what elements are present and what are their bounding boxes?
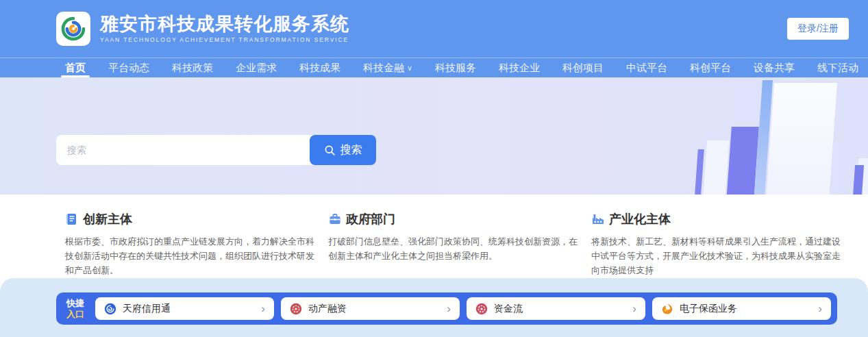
hero-decor-bar [694, 149, 704, 195]
quicklinks-panel: 快捷 入口 天府信用通 › 动产融资 › [0, 278, 868, 337]
quicklink-e-guarantee[interactable]: 电子保函业务 › [652, 297, 831, 320]
search-button[interactable]: 搜索 [310, 135, 376, 165]
nav-item-tech-achievements[interactable]: 科技成果 [299, 58, 340, 77]
feature-industrialization-entities: 产业化主体 将新技术、新工艺、新材料等科研成果引入生产流程，通过建设中试平台等方… [591, 211, 841, 278]
site-subtitle: YAAN TECHNOLOGY ACHIEVEMENT TRANSFORMATI… [100, 36, 349, 43]
feature-government-departments: 政府部门 打破部门信息壁垒、强化部门政策协同、统筹科技创新资源，在创新主体和产业… [328, 211, 578, 278]
site-title: 雅安市科技成果转化服务系统 [100, 14, 349, 34]
chevron-right-icon: › [261, 303, 265, 314]
seal-red-icon [290, 303, 302, 315]
feature-description: 根据市委、市政府拟订的重点产业链发展方向，着力解决全市科技创新活动中存在的关键共… [65, 234, 314, 277]
nav-item-innovation-projects[interactable]: 科创项目 [562, 58, 604, 77]
nav-item-pilot-platform[interactable]: 中试平台 [626, 58, 667, 77]
hero-banner: 搜索 [0, 77, 868, 195]
feature-section: 创新主体 根据市委、市政府拟订的重点产业链发展方向，着力解决全市科技创新活动中存… [0, 195, 868, 278]
swirl-logo-icon [60, 15, 87, 42]
chevron-right-icon: › [447, 303, 451, 314]
nav-item-platform-news[interactable]: 平台动态 [108, 58, 149, 77]
feature-description: 将新技术、新工艺、新材料等科研成果引入生产流程，通过建设中试平台等方式，开展产业… [591, 234, 841, 277]
hero-decor-bar [852, 165, 864, 195]
nav-item-tech-finance[interactable]: 科技金融 ∨ [363, 58, 412, 77]
nav-item-tech-services[interactable]: 科技服务 [435, 58, 476, 77]
title-block: 雅安市科技成果转化服务系统 YAAN TECHNOLOGY ACHIEVEMEN… [100, 14, 349, 43]
header: 雅安市科技成果转化服务系统 YAAN TECHNOLOGY ACHIEVEMEN… [0, 0, 868, 58]
search-input[interactable] [56, 135, 315, 165]
login-register-button[interactable]: 登录/注册 [787, 18, 849, 40]
feature-innovation-entities: 创新主体 根据市委、市政府拟订的重点产业链发展方向，着力解决全市科技创新活动中存… [65, 211, 314, 278]
feature-title: 政府部门 [346, 211, 395, 227]
quicklink-capital-flow[interactable]: 资金流 › [467, 297, 645, 320]
quicklinks-strip: 快捷 入口 天府信用通 › 动产融资 › [56, 292, 837, 325]
quicklinks-label: 快捷 入口 [62, 298, 88, 319]
feature-description: 打破部门信息壁垒、强化部门政策协同、统筹科技创新资源，在创新主体和产业化主体之间… [328, 234, 578, 263]
nav-item-enterprise-needs[interactable]: 企业需求 [236, 58, 277, 77]
chevron-down-icon: ∨ [407, 64, 412, 73]
nav-item-home[interactable]: 首页 [65, 58, 86, 77]
swirl-blue-icon [104, 303, 116, 315]
nav-item-offline-activities[interactable]: 线下活动 [817, 58, 858, 77]
search-icon [324, 145, 336, 156]
nav-item-tech-policy[interactable]: 科技政策 [172, 58, 213, 77]
hero-decor-bar [765, 83, 837, 195]
factory-icon [591, 212, 605, 226]
site-logo-icon [56, 12, 90, 46]
nav-item-tech-enterprises[interactable]: 科技企业 [499, 58, 540, 77]
quicklink-tianfu-credit[interactable]: 天府信用通 › [95, 297, 274, 320]
feature-title: 产业化主体 [609, 211, 671, 227]
flame-orange-icon [661, 303, 673, 315]
feature-title: 创新主体 [83, 211, 132, 227]
seal-red-icon [475, 303, 488, 315]
briefcase-icon [328, 212, 342, 226]
nav-item-innovation-platform[interactable]: 科创平台 [690, 58, 731, 77]
chevron-right-icon: › [818, 303, 822, 314]
main-nav: 首页 平台动态 科技政策 企业需求 科技成果 科技金融 ∨ 科技服务 科技企业 … [0, 58, 868, 77]
hero-decor-bar [703, 140, 729, 195]
document-icon [65, 212, 79, 226]
search-bar: 搜索 [56, 135, 376, 165]
chevron-right-icon: › [632, 303, 636, 314]
search-button-label: 搜索 [340, 143, 362, 158]
hero-decor-bar [726, 127, 759, 195]
nav-item-equipment-sharing[interactable]: 设备共享 [754, 58, 795, 77]
quicklink-chattel-financing[interactable]: 动产融资 › [281, 297, 460, 320]
